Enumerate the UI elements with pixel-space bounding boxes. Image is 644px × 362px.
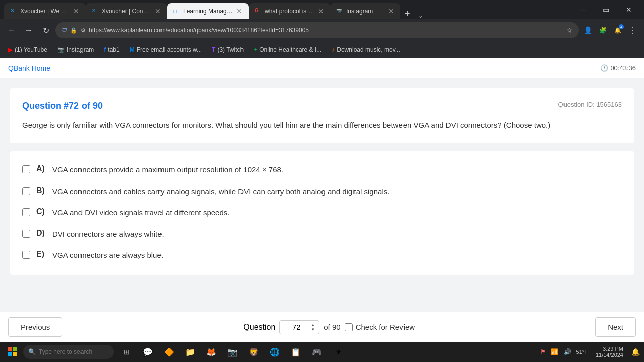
system-icons: ⚑ 📶 🔊 51°F bbox=[538, 347, 590, 356]
profile-icon[interactable]: 👤 bbox=[581, 23, 595, 37]
tab-learning-mgmt[interactable]: □ Learning Manageme... ✕ bbox=[167, 3, 249, 19]
bookmark-youtube[interactable]: ▶ (1) YouTube bbox=[4, 45, 51, 55]
search-input[interactable] bbox=[39, 348, 104, 355]
bookmark-email-label: Free email accounts w... bbox=[137, 46, 202, 53]
bookmark-download[interactable]: ♪ Download music, mov... bbox=[328, 45, 405, 55]
qbank-header: QBank Home 🕐 00:43:36 bbox=[0, 58, 644, 78]
firefox-app[interactable]: 🌐 bbox=[265, 342, 285, 361]
bookmark-instagram[interactable]: 📷 Instagram bbox=[53, 45, 98, 55]
tab-label-1: Xvoucher | We give y... bbox=[20, 8, 70, 15]
notifications-badge[interactable]: 🔔4 bbox=[611, 23, 625, 37]
files-app[interactable]: 📁 bbox=[180, 342, 200, 361]
bookmark-facebook[interactable]: f tab1 bbox=[100, 45, 123, 55]
arrow-down-icon[interactable]: ▼ bbox=[311, 327, 315, 332]
page-content: QBank Home 🕐 00:43:36 Question #72 of 90… bbox=[0, 58, 644, 342]
clock-time: 3:29 PM bbox=[596, 346, 623, 352]
download-icon: ♪ bbox=[332, 46, 335, 53]
menu-button[interactable]: ⋮ bbox=[626, 23, 640, 37]
tab-label-5: Instagram bbox=[346, 8, 373, 15]
window-controls: ─ ▭ ✕ bbox=[572, 2, 640, 17]
question-id: Question ID: 1565163 bbox=[558, 101, 622, 108]
maximize-button[interactable]: ▭ bbox=[595, 2, 617, 17]
bookmark-healthcare[interactable]: + Online Healthcare & I... bbox=[250, 45, 326, 55]
bookmark-star-icon[interactable]: ☆ bbox=[566, 26, 573, 34]
question-number-arrows: ▲ ▼ bbox=[311, 323, 315, 332]
reload-button[interactable]: ↻ bbox=[38, 23, 53, 38]
svg-rect-3 bbox=[13, 352, 17, 356]
answer-option-a[interactable]: A) VGA connectors provide a maximum outp… bbox=[22, 159, 622, 181]
bookmark-email[interactable]: M Free email accounts w... bbox=[126, 45, 206, 55]
timer-icon: 🕐 bbox=[600, 64, 608, 72]
bookmark-twitch[interactable]: T (3) Twitch bbox=[208, 45, 248, 55]
app-blue[interactable]: ✈ bbox=[328, 342, 348, 361]
notification-center-icon[interactable]: 🔔 bbox=[629, 346, 642, 358]
answer-option-c[interactable]: C) VGA and DVI video signals travel at d… bbox=[22, 202, 622, 224]
instagram-icon: 📷 bbox=[57, 46, 65, 53]
forward-button[interactable]: → bbox=[21, 23, 36, 38]
close-button[interactable]: ✕ bbox=[617, 2, 640, 17]
bookmark-facebook-label: tab1 bbox=[108, 46, 119, 53]
answer-checkbox-b[interactable] bbox=[22, 187, 30, 195]
qbank-home-link[interactable]: QBank Home bbox=[8, 64, 50, 72]
task-view-button[interactable]: ⊞ bbox=[117, 342, 137, 361]
answer-checkbox-c[interactable] bbox=[22, 208, 30, 216]
tab-close-3[interactable]: ✕ bbox=[236, 7, 243, 15]
answer-checkbox-d[interactable] bbox=[22, 230, 30, 238]
time-display[interactable]: 3:29 PM 11/14/2024 bbox=[592, 346, 627, 358]
tab-favicon-5: 📷 bbox=[336, 8, 343, 15]
bottom-navigation: Previous Question ▲ ▼ of 90 Check for Re… bbox=[0, 312, 644, 342]
taskbar-apps: ⊞ 💬 🔶 📁 🦊 📷 🦁 🌐 📋 🎮 ✈ bbox=[117, 342, 537, 361]
tab-instagram[interactable]: 📷 Instagram ✕ bbox=[330, 3, 400, 19]
unknown-app-4[interactable]: 📋 bbox=[286, 342, 306, 361]
bookmark-youtube-label: (1) YouTube bbox=[15, 46, 47, 53]
tab-xvoucher-2[interactable]: ✕ Xvoucher | Connectin... ✕ bbox=[86, 3, 167, 19]
answer-checkbox-e[interactable] bbox=[22, 251, 30, 259]
notification-flag-icon[interactable]: ⚑ bbox=[538, 347, 548, 356]
extension-icon[interactable]: 🧩 bbox=[596, 23, 610, 37]
tab-close-1[interactable]: ✕ bbox=[73, 7, 79, 15]
question-card: Question #72 of 90 Question ID: 1565163 … bbox=[10, 88, 634, 143]
unknown-app-2[interactable]: 📷 bbox=[222, 342, 243, 361]
unknown-app-3[interactable]: 🦁 bbox=[244, 342, 264, 361]
security-icon: 🛡 bbox=[61, 27, 67, 34]
arrow-up-icon[interactable]: ▲ bbox=[311, 323, 315, 327]
question-number-input[interactable] bbox=[284, 323, 309, 331]
vlc-app[interactable]: 🔶 bbox=[159, 342, 179, 361]
answer-text-a: VGA connectors provide a maximum output … bbox=[52, 164, 283, 176]
search-box[interactable]: 🔍 bbox=[23, 345, 114, 359]
check-for-review-checkbox[interactable] bbox=[345, 323, 353, 331]
question-input-wrap: ▲ ▼ bbox=[279, 320, 319, 334]
tab-protocol[interactable]: G what protocol is use... ✕ bbox=[249, 3, 330, 19]
toolbar: ← → ↻ 🛡 🔒 ⚙ https://www.kaplanlearn.com/… bbox=[0, 19, 644, 41]
answer-checkbox-a[interactable] bbox=[22, 165, 30, 173]
unknown-app-1[interactable]: 🦊 bbox=[201, 342, 221, 361]
answer-letter-e: E) bbox=[36, 250, 46, 259]
start-button[interactable] bbox=[2, 342, 22, 361]
back-button[interactable]: ← bbox=[4, 23, 19, 38]
tab-close-2[interactable]: ✕ bbox=[155, 7, 161, 15]
new-tab-button[interactable]: + bbox=[400, 9, 414, 19]
discord-app[interactable]: 💬 bbox=[138, 342, 158, 361]
bookmark-download-label: Download music, mov... bbox=[337, 46, 400, 53]
minimize-button[interactable]: ─ bbox=[572, 2, 595, 17]
wifi-icon[interactable]: 📶 bbox=[549, 347, 560, 356]
tab-close-4[interactable]: ✕ bbox=[318, 7, 324, 15]
app-red[interactable]: 🎮 bbox=[307, 342, 327, 361]
question-number: Question #72 of 90 bbox=[22, 101, 103, 111]
tab-close-5[interactable]: ✕ bbox=[388, 7, 394, 15]
twitch-icon: T bbox=[212, 46, 215, 53]
answer-letter-b: B) bbox=[36, 186, 46, 195]
answer-option-e[interactable]: E) VGA connectors are always blue. bbox=[22, 245, 622, 266]
answer-text-b: VGA connectors and cables carry analog s… bbox=[52, 186, 389, 198]
question-header: Question #72 of 90 Question ID: 1565163 bbox=[22, 101, 622, 111]
answers-section: A) VGA connectors provide a maximum outp… bbox=[10, 151, 634, 275]
volume-icon[interactable]: 🔊 bbox=[561, 347, 573, 356]
answer-option-b[interactable]: B) VGA connectors and cables carry analo… bbox=[22, 181, 622, 203]
answer-text-e: VGA connectors are always blue. bbox=[52, 250, 164, 261]
tab-list-button[interactable]: ⌄ bbox=[414, 12, 427, 19]
previous-button[interactable]: Previous bbox=[8, 317, 62, 337]
address-bar[interactable]: 🛡 🔒 ⚙ https://www.kaplanlearn.com/educat… bbox=[55, 22, 579, 38]
answer-option-d[interactable]: D) DVI connectors are always white. bbox=[22, 224, 622, 245]
tab-xvoucher-1[interactable]: ✕ Xvoucher | We give y... ✕ bbox=[4, 3, 86, 19]
next-button[interactable]: Next bbox=[595, 317, 636, 337]
